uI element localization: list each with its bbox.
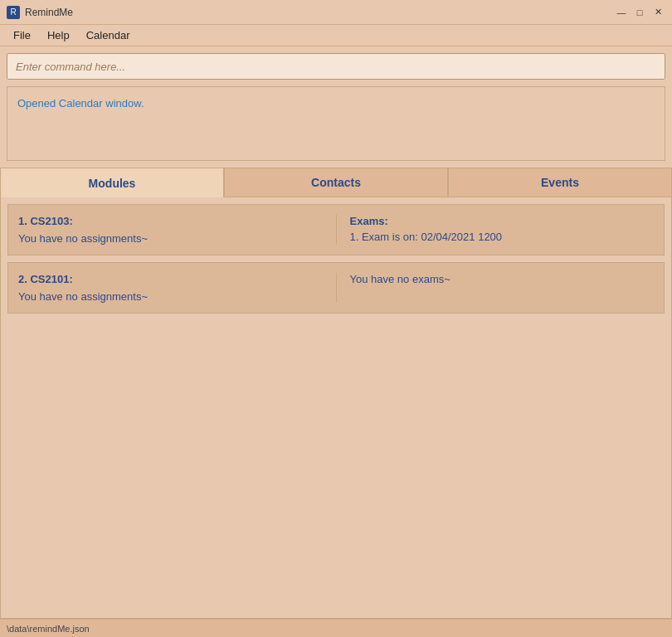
tab-modules[interactable]: Modules (0, 168, 224, 197)
app-title: RemindMe (25, 7, 73, 18)
title-bar: R RemindMe — □ ✕ (0, 0, 672, 25)
content-area: 1. CS2103: You have no assignments~ Exam… (0, 197, 672, 619)
module-card-2: 2. CS2101: You have no assignments~ You … (7, 262, 665, 314)
no-exams-label-2: You have no exams~ (350, 273, 655, 285)
status-path: \data\remindMe.json (7, 624, 90, 634)
menu-help[interactable]: Help (41, 27, 76, 43)
output-area: Opened Calendar window. (7, 86, 665, 161)
module-right-2: You have no exams~ (336, 273, 655, 303)
maximize-button[interactable]: □ (632, 5, 647, 20)
module-assignments-2: You have no assignments~ (18, 290, 323, 303)
module-left-1: 1. CS2103: You have no assignments~ (18, 215, 336, 245)
command-area (0, 46, 672, 86)
menu-calendar[interactable]: Calendar (80, 27, 137, 43)
app-icon: R (7, 6, 20, 19)
module-right-1: Exams: 1. Exam is on: 02/04/2021 1200 (336, 215, 655, 245)
module-title-1: 1. CS2103: (18, 215, 323, 227)
command-input[interactable] (7, 53, 665, 80)
minimize-button[interactable]: — (614, 5, 629, 20)
module-assignments-1: You have no assignments~ (18, 232, 323, 245)
status-bar: \data\remindMe.json (0, 619, 672, 637)
title-bar-left: R RemindMe (7, 6, 73, 19)
menu-bar: File Help Calendar (0, 25, 672, 46)
tab-events[interactable]: Events (448, 168, 672, 197)
output-text: Opened Calendar window. (17, 97, 144, 109)
title-bar-controls: — □ ✕ (614, 5, 665, 20)
menu-file[interactable]: File (7, 27, 37, 43)
exam-title-1: Exams: (350, 215, 655, 227)
tabs-container: Modules Contacts Events (0, 168, 672, 197)
exam-item-1: 1. Exam is on: 02/04/2021 1200 (350, 231, 655, 243)
module-left-2: 2. CS2101: You have no assignments~ (18, 273, 336, 303)
module-card-1: 1. CS2103: You have no assignments~ Exam… (7, 204, 665, 255)
tab-contacts[interactable]: Contacts (224, 168, 448, 197)
module-title-2: 2. CS2101: (18, 273, 323, 285)
close-button[interactable]: ✕ (650, 5, 665, 20)
